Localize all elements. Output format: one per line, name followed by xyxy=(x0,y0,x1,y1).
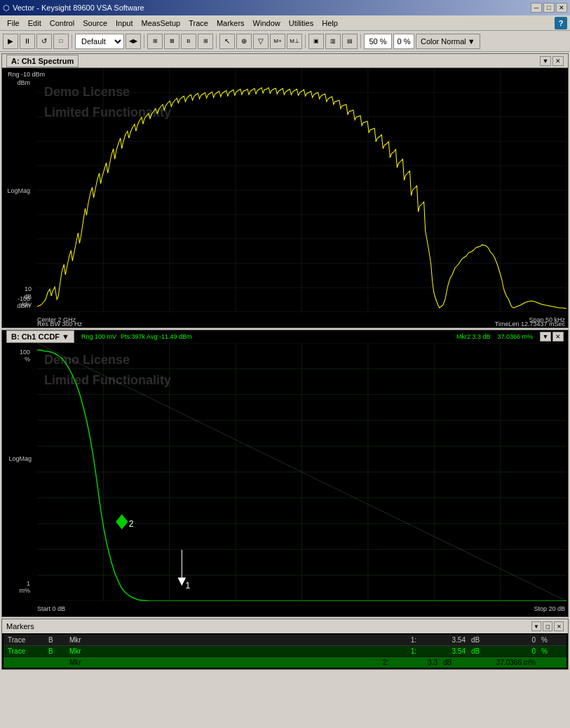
dropdown-arrow-icon: ▼ xyxy=(468,37,475,46)
row2-b xyxy=(46,659,67,666)
panel-a-chart: Rng -10 dBm dBm LogMag 10dB/div -100dBm … xyxy=(2,68,568,328)
window-controls[interactable]: ─ □ ✕ xyxy=(531,3,567,13)
markers-content: Trace B Mkr 1: 3.54 dB 0 % Trace B Mkr 1… xyxy=(2,633,568,669)
y-bottom: -100dBm xyxy=(4,295,30,309)
menu-help[interactable]: Help xyxy=(318,18,342,29)
col-mkr: Mkr xyxy=(67,636,102,644)
cursor-btn[interactable]: ↖ xyxy=(219,34,235,49)
bottom-time: TimeLen 12.73437 mSec xyxy=(495,321,565,328)
play-button[interactable]: ▶ xyxy=(3,34,18,49)
panel-b: B: Ch1 CCDF ▼ Rng 100 mV Pts:397k Avg:-1… xyxy=(1,330,569,617)
close-button[interactable]: ✕ xyxy=(556,3,567,13)
row2-val2: 37.0366 m% xyxy=(468,659,538,666)
panel-a: A: Ch1 Spectrum ▼ ✕ Rng -10 dBm dBm LogM… xyxy=(1,53,569,328)
window-title: ⬡ Vector - Keysight 89600 VSA Software xyxy=(3,4,144,13)
svg-text:2: 2 xyxy=(129,519,134,529)
row2-mkr: Mkr xyxy=(67,659,102,666)
panel-b-rng: Rng 100 mV xyxy=(81,333,116,340)
markers-pin[interactable]: ▼ xyxy=(531,621,541,631)
menu-file[interactable]: File xyxy=(3,18,24,29)
menu-utilities[interactable]: Utilities xyxy=(285,18,318,29)
ccdf-y-top: 100% xyxy=(4,349,30,363)
arrow-btn[interactable]: ◀▶ xyxy=(125,34,141,49)
tool-2[interactable]: ⊠ xyxy=(164,34,179,49)
markers-close[interactable]: ✕ xyxy=(554,621,564,631)
panel-a-close[interactable]: ✕ xyxy=(552,56,564,66)
marker2-btn[interactable]: M⊥ xyxy=(287,34,302,49)
title-bar: ⬡ Vector - Keysight 89600 VSA Software ─… xyxy=(0,0,570,15)
restart-button[interactable]: ↺ xyxy=(36,34,52,49)
spectrum-svg xyxy=(37,68,566,312)
img3-btn[interactable]: ▤ xyxy=(342,34,358,49)
row1-b: B xyxy=(46,647,67,655)
markers-controls[interactable]: ▼ ◻ ✕ xyxy=(531,621,564,631)
panel-b-mkr2-val: 37.0366 m% xyxy=(497,333,533,340)
pause-button[interactable]: ⏸ xyxy=(20,34,35,49)
panel-a-title[interactable]: A: Ch1 Spectrum xyxy=(6,55,79,67)
row1-trace: Trace xyxy=(4,647,46,655)
separator-4 xyxy=(305,34,306,48)
tool-1[interactable]: ⊞ xyxy=(147,34,163,49)
col-1: 1: xyxy=(102,636,419,644)
menu-bar: File Edit Control Source Input MeasSetup… xyxy=(0,15,570,31)
img-btn[interactable]: ▣ xyxy=(308,34,324,49)
marker-btn[interactable]: M+ xyxy=(270,34,285,49)
triangle-btn[interactable]: ▽ xyxy=(253,34,269,49)
img2-btn[interactable]: ▥ xyxy=(325,34,341,49)
panel-b-close[interactable]: ✕ xyxy=(552,332,564,342)
menu-markers[interactable]: Markers xyxy=(212,18,249,29)
tool-3[interactable]: B xyxy=(181,34,196,49)
stop-button[interactable]: □ xyxy=(53,34,69,49)
menu-meassetup[interactable]: MeasSetup xyxy=(137,18,185,29)
y-label-logmag: LogMag xyxy=(4,187,30,195)
svg-marker-38 xyxy=(178,578,185,585)
zoom-btn[interactable]: ⊕ xyxy=(236,34,252,49)
marker-row-2: Mkr 2: 3.3 dB 37.0366 m% xyxy=(4,657,566,668)
menu-trace[interactable]: Trace xyxy=(184,18,212,29)
tool-4[interactable]: ⊞ xyxy=(198,34,213,49)
row1-mkr: Mkr xyxy=(67,647,102,655)
panel-a-controls[interactable]: ▼ ✕ xyxy=(540,56,564,66)
col-val2: 0 xyxy=(496,636,538,644)
separator-3 xyxy=(216,34,217,48)
help-icon[interactable]: ? xyxy=(555,17,567,29)
color-normal-btn[interactable]: Color Normal ▼ xyxy=(416,34,480,49)
menu-input[interactable]: Input xyxy=(111,18,137,29)
marker-row-1: Trace B Mkr 1: 3.54 dB 0 % xyxy=(4,646,566,657)
col-unit2: % xyxy=(538,636,566,644)
maximize-button[interactable]: □ xyxy=(543,3,555,13)
menu-control[interactable]: Control xyxy=(46,18,79,29)
row2-num: 2: xyxy=(102,659,391,666)
row2-val1: 3.3 xyxy=(391,659,440,666)
col-unit1: dB xyxy=(468,636,496,644)
ccdf-y-logmag: LogMag xyxy=(4,455,32,462)
panel-b-mkr2: Mkr2 3.3 dB xyxy=(456,333,491,340)
menu-source[interactable]: Source xyxy=(79,18,111,29)
col-trace: Trace xyxy=(4,636,46,644)
panel-b-title[interactable]: B: Ch1 CCDF ▼ xyxy=(6,330,74,343)
markers-float[interactable]: ◻ xyxy=(543,621,552,631)
separator-5 xyxy=(360,34,361,48)
row2-unit1: dB xyxy=(440,659,468,666)
preset-dropdown[interactable]: Default xyxy=(75,34,124,49)
minimize-button[interactable]: ─ xyxy=(531,3,542,13)
app-icon: ⬡ xyxy=(3,4,10,13)
menu-edit[interactable]: Edit xyxy=(24,18,46,29)
panel-a-header: A: Ch1 Spectrum ▼ ✕ xyxy=(2,54,568,68)
y-label-dbm: dBm xyxy=(4,79,30,86)
markers-panel: Markers ▼ ◻ ✕ Trace B Mkr 1: 3.54 dB 0 %… xyxy=(1,619,569,670)
row2-trace xyxy=(4,659,46,666)
panel-b-minimize[interactable]: ▼ xyxy=(540,332,551,342)
ccdf-svg: 1 2 xyxy=(37,343,566,601)
svg-text:1: 1 xyxy=(185,581,190,591)
panel-a-minimize[interactable]: ▼ xyxy=(540,56,551,66)
col-b: B xyxy=(46,636,67,644)
row1-num: 1: xyxy=(102,647,419,655)
toolbar: ▶ ⏸ ↺ □ Default ◀▶ ⊞ ⊠ B ⊞ ↖ ⊕ ▽ M+ M⊥ ▣… xyxy=(0,31,570,52)
markers-header: Markers ▼ ◻ ✕ xyxy=(2,619,568,633)
menu-window[interactable]: Window xyxy=(249,18,285,29)
ccdf-y-bottom: 1m% xyxy=(4,580,30,594)
row1-val2: 0 xyxy=(496,647,538,655)
bottom-res: Res BW 300 Hz xyxy=(37,321,82,328)
row2-unit2 xyxy=(538,659,566,666)
